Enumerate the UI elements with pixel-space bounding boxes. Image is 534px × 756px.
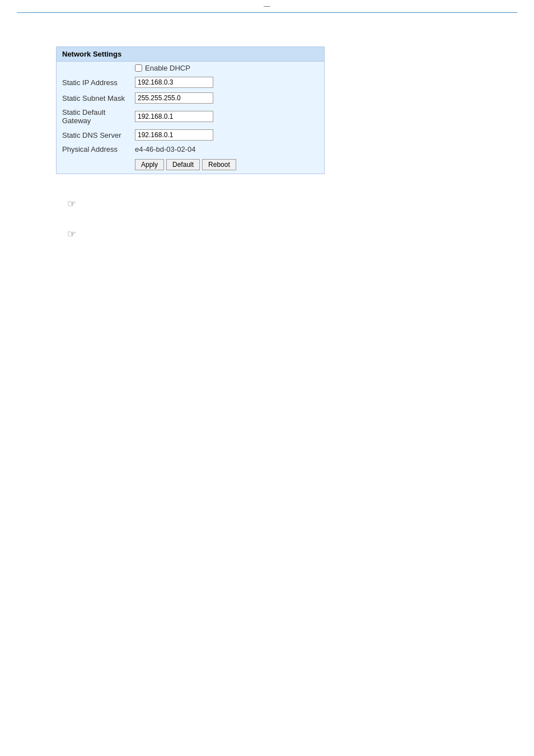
enable-dhcp-checkbox[interactable]: [135, 64, 142, 72]
static-ip-value: [135, 77, 318, 88]
content-area: Network Settings Enable DHCP Static IP A…: [0, 13, 534, 279]
apply-button[interactable]: Apply: [135, 159, 164, 170]
reboot-button[interactable]: Reboot: [202, 159, 236, 170]
default-button[interactable]: Default: [166, 159, 200, 170]
dns-server-row: Static DNS Server: [57, 127, 324, 143]
dns-server-label: Static DNS Server: [62, 131, 135, 139]
section-title: Network Settings: [57, 47, 324, 62]
default-gateway-input[interactable]: [135, 111, 213, 122]
subnet-mask-input[interactable]: [135, 92, 213, 104]
dhcp-row: Enable DHCP: [57, 62, 324, 74]
subnet-mask-value: [135, 92, 318, 104]
static-ip-row: Static IP Address: [57, 74, 324, 90]
note-icon-2: ☞: [67, 228, 76, 240]
default-gateway-value: [135, 111, 318, 122]
physical-address-row: Physical Address e4-46-bd-03-02-04: [57, 143, 324, 156]
note-section: ☞ ☞: [56, 197, 478, 240]
dns-server-input[interactable]: [135, 129, 213, 141]
static-ip-label: Static IP Address: [62, 78, 135, 87]
network-settings-table: Network Settings Enable DHCP Static IP A…: [56, 46, 325, 174]
dhcp-checkbox-container[interactable]: Enable DHCP: [135, 64, 318, 72]
note-icon-1: ☞: [67, 198, 76, 210]
note-item-2: ☞: [67, 227, 467, 240]
buttons-row: Apply Default Reboot: [57, 156, 324, 174]
physical-address-label: Physical Address: [62, 145, 135, 153]
physical-address-value: e4-46-bd-03-02-04: [135, 145, 318, 153]
dns-server-value: [135, 129, 318, 141]
physical-address-text: e4-46-bd-03-02-04: [135, 145, 195, 153]
header-dash: —: [0, 0, 534, 12]
enable-dhcp-label[interactable]: Enable DHCP: [145, 64, 190, 72]
static-ip-input[interactable]: [135, 77, 213, 88]
default-gateway-label: Static Default Gateway: [62, 108, 135, 125]
default-gateway-row: Static Default Gateway: [57, 106, 324, 127]
dhcp-value-cell: Enable DHCP: [135, 64, 318, 72]
subnet-mask-label: Static Subnet Mask: [62, 94, 135, 102]
subnet-mask-row: Static Subnet Mask: [57, 90, 324, 106]
note-item-1: ☞: [67, 197, 467, 210]
